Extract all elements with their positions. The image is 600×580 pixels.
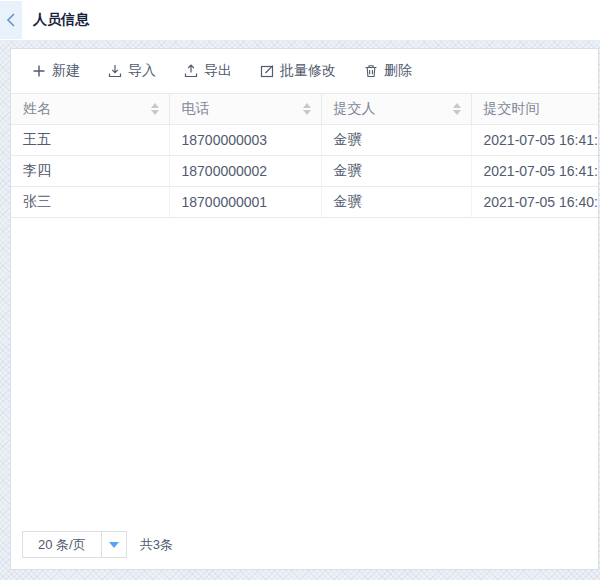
delete-button[interactable]: 删除 [364, 62, 412, 80]
cell-phone: 18700000002 [169, 156, 321, 187]
edit-icon [260, 64, 274, 78]
cell-name: 李四 [11, 156, 169, 187]
new-button[interactable]: 新建 [32, 62, 80, 80]
toolbar-button-label: 删除 [384, 62, 412, 80]
column-label: 提交时间 [484, 100, 540, 118]
table-row: 王五18700000003金骥2021-07-05 16:41:15 [11, 125, 598, 156]
column-header-submitter[interactable]: 提交人 [321, 94, 471, 125]
pagination: 20 条/页 共3条 [22, 531, 173, 558]
cell-phone: 18700000003 [169, 125, 321, 156]
table-row: 张三18700000001金骥2021-07-05 16:40:57 [11, 187, 598, 218]
column-label: 姓名 [23, 100, 51, 118]
table-row: 李四18700000002金骥2021-07-05 16:41:09 [11, 156, 598, 187]
toolbar-button-label: 新建 [52, 62, 80, 80]
cell-submitter: 金骥 [321, 156, 471, 187]
batch-edit-button[interactable]: 批量修改 [260, 62, 336, 80]
table-header: 姓名电话提交人提交时间 [11, 94, 598, 125]
cell-name: 王五 [11, 125, 169, 156]
column-label: 电话 [182, 100, 210, 118]
total-count: 共3条 [140, 536, 173, 554]
cell-name: 张三 [11, 187, 169, 218]
trash-icon [364, 64, 378, 78]
sort-caret[interactable] [303, 103, 311, 115]
sort-caret[interactable] [453, 103, 461, 115]
chevron-left-icon [5, 12, 17, 28]
column-label: 提交人 [334, 100, 376, 118]
cell-submitter: 金骥 [321, 125, 471, 156]
page-size-value: 20 条/页 [23, 532, 101, 557]
export-icon [184, 64, 198, 78]
content-panel: 新建导入导出批量修改删除 姓名电话提交人提交时间 王五18700000003金骥… [10, 48, 599, 570]
data-table: 姓名电话提交人提交时间 王五18700000003金骥2021-07-05 16… [11, 93, 598, 218]
cell-submitter: 金骥 [321, 187, 471, 218]
cell-submit_time: 2021-07-05 16:40:57 [471, 187, 598, 218]
back-button[interactable] [0, 1, 22, 39]
cell-submit_time: 2021-07-05 16:41:09 [471, 156, 598, 187]
page-title: 人员信息 [33, 11, 89, 29]
plus-icon [32, 64, 46, 78]
chevron-down-icon [109, 542, 119, 548]
column-header-phone[interactable]: 电话 [169, 94, 321, 125]
import-button[interactable]: 导入 [108, 62, 156, 80]
toolbar-button-label: 导入 [128, 62, 156, 80]
column-header-name[interactable]: 姓名 [11, 94, 169, 125]
cell-submit_time: 2021-07-05 16:41:15 [471, 125, 598, 156]
column-header-submit_time: 提交时间 [471, 94, 598, 125]
select-arrow-zone[interactable] [101, 532, 126, 557]
cell-phone: 18700000001 [169, 187, 321, 218]
toolbar-button-label: 批量修改 [280, 62, 336, 80]
import-icon [108, 64, 122, 78]
page-size-select[interactable]: 20 条/页 [22, 531, 127, 558]
page-header: 人员信息 [0, 0, 600, 40]
toolbar-button-label: 导出 [204, 62, 232, 80]
table-body: 王五18700000003金骥2021-07-05 16:41:15李四1870… [11, 125, 598, 218]
sort-caret[interactable] [151, 103, 159, 115]
toolbar: 新建导入导出批量修改删除 [11, 49, 598, 93]
export-button[interactable]: 导出 [184, 62, 232, 80]
